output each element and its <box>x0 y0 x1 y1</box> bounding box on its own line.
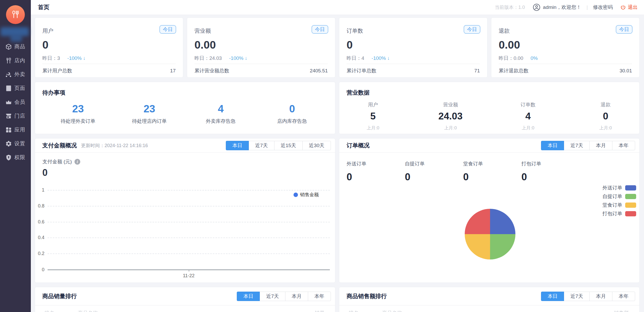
rank-range-tabs: 本日 近7天 本月 本年 <box>237 292 331 301</box>
scooter-icon <box>5 71 12 78</box>
biz-sub: 上月:0 <box>591 125 620 131</box>
sidebar-item-instore[interactable]: 店内 <box>0 54 31 67</box>
biz-sub: 上月:0 <box>436 125 465 131</box>
todo-item-instore-stock[interactable]: 0 店内库存告急 <box>256 103 328 125</box>
tab-today[interactable]: 本日 <box>541 141 564 150</box>
payment-line-chart: 1 0.8 0.6 0.4 0.2 0 11-22 销售金额 <box>48 190 330 269</box>
tab-today[interactable]: 本日 <box>541 292 564 301</box>
stat-value: 0.00 <box>499 39 632 51</box>
order-stat-value: 0 <box>347 171 405 183</box>
sidebar-item-settings[interactable]: 设置 <box>0 137 31 151</box>
sidebar-item-takeout[interactable]: 外卖 <box>0 67 31 81</box>
biz-value: 5 <box>359 111 387 122</box>
stat-cards-row: 用户 今日 0 昨日：3-100% ↓ 累计用户总数17 营业额 今日 0.00… <box>35 18 640 78</box>
col-volume: 销量 <box>315 310 325 312</box>
tab-year[interactable]: 本年 <box>308 292 331 301</box>
y-tick-label: 0.8 <box>38 203 44 209</box>
stat-card-refunds: 退款 今日 0.00 昨日：0.000% 累计退款总数30.01 <box>491 18 640 78</box>
gridline: 0.4 <box>48 238 330 238</box>
stat-footer: 累计退款总数30.01 <box>499 64 632 78</box>
business-items: 用户 5 上月:0 营业额 24.03 上月:0 订单数 4 上月:0 <box>347 101 632 131</box>
order-stat-label: 自提订单 <box>405 160 463 167</box>
yesterday-label: 昨日：4 <box>347 55 364 61</box>
cube-icon <box>5 43 12 50</box>
pie-legend-swatch <box>625 194 636 199</box>
total-value: 30.01 <box>619 68 632 74</box>
total-value: 71 <box>474 68 480 74</box>
version-label: 当前版本：1.0 <box>495 4 525 10</box>
business-item-users: 用户 5 上月:0 <box>359 101 387 131</box>
sidebar-item-apps[interactable]: 应用 <box>0 123 31 137</box>
tab-month[interactable]: 本月 <box>285 292 308 301</box>
sidebar-item-permissions[interactable]: 权限 <box>0 151 31 164</box>
yesterday-label: 昨日：3 <box>42 55 60 61</box>
line-chart-legend[interactable]: 销售金额 <box>294 192 319 198</box>
rank-card-header: 商品销售额排行 本日 近7天 本月 本年 <box>339 287 639 305</box>
power-icon <box>620 4 626 10</box>
tab-30days[interactable]: 近30天 <box>302 141 331 150</box>
pie-legend-label: 打包订单 <box>602 210 622 217</box>
today-badge: 今日 <box>464 25 480 34</box>
tab-month[interactable]: 本月 <box>589 292 612 301</box>
tab-7days[interactable]: 近7天 <box>260 292 285 301</box>
col-product: 商品名称 <box>382 310 402 312</box>
total-label: 累计订单总数 <box>347 67 376 74</box>
orders-title: 订单概况 <box>347 142 370 149</box>
total-label: 累计退款总数 <box>499 67 528 74</box>
pie-legend-swatch <box>625 203 636 208</box>
biz-value: 0 <box>591 111 620 122</box>
sidebar-item-label: 会员 <box>14 99 25 106</box>
tab-7days[interactable]: 近7天 <box>249 141 274 150</box>
stat-footer: 累计订单总数71 <box>347 64 480 78</box>
order-stat-value: 0 <box>463 171 521 183</box>
stat-value: 0 <box>42 39 176 51</box>
pie-legend-pickup[interactable]: 自提订单 <box>602 192 636 201</box>
logout-button[interactable]: 退出 <box>628 4 638 11</box>
pie-legend-packed[interactable]: 打包订单 <box>602 209 636 218</box>
total-value: 17 <box>170 68 176 74</box>
payment-card-header: 支付金额概况 更新时间：2024-11-22 14:16:16 本日 近7天 近… <box>35 138 335 153</box>
payment-range-tabs: 本日 近7天 近15天 近30天 <box>226 141 331 150</box>
tab-year[interactable]: 本年 <box>612 141 635 150</box>
order-pie-chart <box>465 209 515 259</box>
business-item-orders: 订单数 4 上月:0 <box>514 101 542 131</box>
sidebar-item-label: 外卖 <box>14 71 25 78</box>
stat-card-users: 用户 今日 0 昨日：3-100% ↓ 累计用户总数17 <box>35 18 183 78</box>
order-stat-dinein: 堂食订单 0 <box>463 160 521 183</box>
tab-month[interactable]: 本月 <box>589 141 612 150</box>
stat-yesterday: 昨日：3-100% ↓ <box>42 55 176 62</box>
pie-legend-dinein[interactable]: 堂食订单 <box>602 201 636 209</box>
sidebar-item-pages[interactable]: 页面 <box>0 81 31 95</box>
pie-legend-delivery[interactable]: 外送订单 <box>602 183 636 192</box>
sidebar-item-label: 门店 <box>14 112 25 119</box>
user-avatar-icon[interactable] <box>533 3 540 11</box>
todo-title: 待办事项 <box>42 89 328 97</box>
tab-7days[interactable]: 近7天 <box>564 141 590 150</box>
order-stat-label: 堂食订单 <box>463 160 521 167</box>
y-tick-label: 1 <box>42 187 44 193</box>
todo-item-takeout-pending[interactable]: 23 待处理外卖订单 <box>42 103 114 125</box>
pie-legend-label: 自提订单 <box>602 193 622 200</box>
tab-15days[interactable]: 近15天 <box>274 141 303 150</box>
app-logo[interactable] <box>6 5 25 24</box>
todo-items: 23 待处理外卖订单 23 待处理店内订单 4 外卖库存告急 0 <box>42 103 328 125</box>
info-icon[interactable]: i <box>74 159 80 165</box>
tab-year[interactable]: 本年 <box>612 292 635 301</box>
stat-title: 订单数 <box>347 27 480 34</box>
todo-item-instore-pending[interactable]: 23 待处理店内订单 <box>114 103 185 125</box>
change-password-button[interactable]: 修改密码 <box>593 4 613 11</box>
todo-label: 待处理外卖订单 <box>42 118 114 125</box>
payment-amount-label: 支付金额 (元) <box>42 158 72 165</box>
tab-today[interactable]: 本日 <box>237 292 260 301</box>
todo-card: 待办事项 23 待处理外卖订单 23 待处理店内订单 4 外卖库存告急 <box>35 82 335 134</box>
tab-today[interactable]: 本日 <box>226 141 249 150</box>
todo-label: 外卖库存告急 <box>185 118 256 125</box>
todo-item-takeout-stock[interactable]: 4 外卖库存告急 <box>185 103 256 125</box>
page-icon <box>5 85 12 92</box>
tab-7days[interactable]: 近7天 <box>564 292 590 301</box>
sidebar-item-members[interactable]: 会员 <box>0 95 31 109</box>
sidebar-item-goods[interactable]: 商品 <box>0 40 31 54</box>
stat-footer: 累计营业额总数2405.51 <box>194 64 328 78</box>
today-badge: 今日 <box>312 25 328 34</box>
sidebar-item-stores[interactable]: 门店 <box>0 109 31 123</box>
